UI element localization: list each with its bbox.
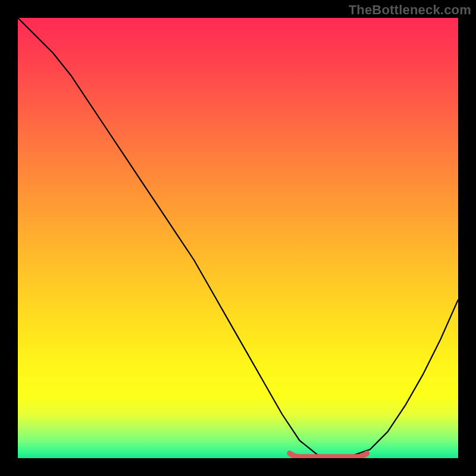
curve-svg [18,18,458,458]
bottleneck-curve [18,18,458,457]
plot-area [18,18,458,458]
watermark-text: TheBottleneck.com [349,2,471,18]
chart-container: TheBottleneck.com [0,0,476,476]
optimal-range-highlight [290,453,367,457]
